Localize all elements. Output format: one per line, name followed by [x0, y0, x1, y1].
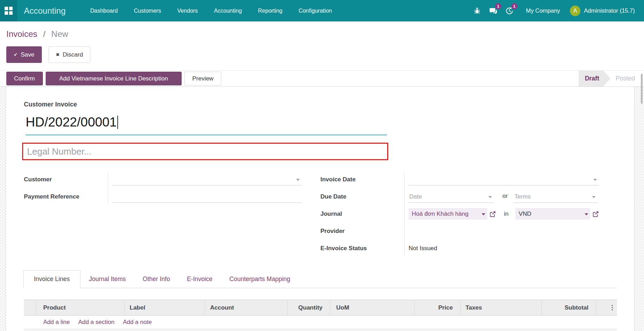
breadcrumb-current: New	[51, 29, 68, 39]
menu-customers[interactable]: Customers	[126, 8, 169, 14]
apps-menu-button[interactable]	[0, 0, 17, 21]
menu-vendors[interactable]: Vendors	[169, 8, 206, 14]
einvoice-status-value: Not Issued	[409, 245, 437, 252]
menu-accounting[interactable]: Accounting	[206, 8, 250, 14]
odoo-window: Accounting Dashboard Customers Vendors A…	[0, 0, 644, 331]
journal-caret[interactable]	[482, 213, 485, 215]
einvoice-status-label: E-Invoice Status	[320, 245, 404, 252]
payment-reference-label: Payment Reference	[24, 193, 108, 200]
discard-button[interactable]: ✖ Discard	[48, 46, 91, 63]
add-a-note-link[interactable]: Add a note	[123, 319, 152, 326]
journal-field[interactable]: Hoá đơn Khách hàng	[409, 208, 487, 220]
notebook-tabs: Invoice Lines Journal Items Other Info E…	[23, 270, 617, 288]
state-draft[interactable]: Draft	[579, 71, 611, 86]
form-group-left: Customer Payment Reference	[24, 171, 302, 205]
table-add-row: Add a line Add a section Add a note	[24, 316, 617, 329]
customer-field[interactable]	[112, 174, 302, 186]
control-panel: Invoices / New ✔ Save ✖ Discard	[0, 21, 644, 70]
state-widget: Draft Posted	[579, 71, 644, 86]
legal-number-input[interactable]	[22, 143, 388, 160]
currency-value: VND	[519, 210, 531, 218]
provider-field[interactable]	[409, 222, 599, 240]
column-header-label[interactable]: Label	[125, 300, 205, 315]
terms-placeholder: Terms	[514, 193, 531, 200]
breadcrumb-separator: /	[43, 29, 46, 39]
payment-reference-row: Payment Reference	[24, 188, 302, 205]
optional-columns-button[interactable]	[610, 304, 614, 312]
breadcrumb: Invoices / New	[6, 29, 68, 39]
form-group-right: Invoice Date Due Date Date	[320, 171, 599, 257]
journal-value: Hoá đơn Khách hàng	[412, 210, 468, 218]
invoice-lines-table: Product Label Account Quantity UoM Price…	[24, 300, 617, 331]
navbar-systray: 1 1 My Company A Administrator (15.7)	[469, 0, 644, 21]
check-icon: ✔	[14, 52, 18, 57]
or-label: or	[502, 193, 508, 200]
column-header-uom[interactable]: UoM	[330, 300, 415, 315]
invoice-date-row: Invoice Date	[320, 171, 599, 188]
app-brand[interactable]: Accounting	[24, 6, 66, 16]
optional-columns-cell	[596, 300, 617, 315]
currency-field[interactable]: VND	[515, 208, 590, 220]
tab-counterparts-mapping[interactable]: Counterparts Mapping	[221, 270, 299, 288]
x-icon: ✖	[56, 52, 60, 57]
company-switcher[interactable]: My Company	[518, 7, 570, 14]
customer-dropdown-caret[interactable]	[296, 179, 300, 181]
tab-e-invoice[interactable]: E-Invoice	[178, 270, 221, 288]
text-cursor	[117, 116, 118, 129]
breadcrumb-invoices[interactable]: Invoices	[6, 29, 37, 39]
menu-reporting[interactable]: Reporting	[250, 8, 290, 14]
user-name: Administrator (15.7)	[584, 7, 635, 14]
einvoice-status-row: E-Invoice Status Not Issued	[320, 240, 599, 257]
handle-column-header	[24, 300, 36, 315]
table-footer-strip	[24, 329, 617, 331]
discard-label: Discard	[63, 51, 83, 58]
top-navbar: Accounting Dashboard Customers Vendors A…	[0, 0, 644, 21]
column-header-account[interactable]: Account	[205, 300, 288, 315]
activities-badge: 1	[511, 3, 518, 9]
main-menu: Dashboard Customers Vendors Accounting R…	[82, 0, 340, 21]
terms-caret[interactable]	[592, 196, 596, 198]
add-a-section-link[interactable]: Add a section	[78, 319, 115, 326]
invoice-date-caret[interactable]	[593, 179, 597, 181]
due-date-field[interactable]: Date	[409, 191, 494, 203]
journal-label: Journal	[320, 210, 404, 218]
currency-external-link-icon[interactable]	[592, 210, 599, 218]
messages-button[interactable]: 1	[485, 0, 501, 21]
due-date-row: Due Date Date or Terms	[320, 188, 599, 205]
group-separator-line	[108, 173, 108, 204]
menu-configuration[interactable]: Configuration	[291, 8, 340, 14]
add-vietnamese-description-button[interactable]: Add Vietnamese Invoice Line Description	[46, 72, 182, 85]
state-posted[interactable]: Posted	[611, 75, 644, 82]
table-header-row: Product Label Account Quantity UoM Price…	[24, 300, 617, 316]
tab-journal-items[interactable]: Journal Items	[80, 270, 134, 288]
activities-button[interactable]: 1	[501, 0, 518, 21]
payment-terms-field[interactable]: Terms	[514, 191, 598, 203]
form-statusbar: Confirm Add Vietnamese Invoice Line Desc…	[0, 70, 644, 87]
column-header-subtotal[interactable]: Subtotal	[542, 300, 596, 315]
currency-caret[interactable]	[585, 213, 588, 215]
invoice-number-input[interactable]: HD/2022/00001	[26, 115, 387, 135]
customer-row: Customer	[24, 171, 302, 188]
add-a-line-link[interactable]: Add a line	[43, 319, 70, 326]
user-menu[interactable]: A Administrator (15.7)	[570, 6, 635, 16]
column-header-quantity[interactable]: Quantity	[288, 300, 330, 315]
menu-dashboard[interactable]: Dashboard	[82, 8, 126, 14]
preview-button[interactable]: Preview	[184, 72, 221, 85]
due-date-caret[interactable]	[488, 196, 492, 198]
tab-other-info[interactable]: Other Info	[134, 270, 178, 288]
save-button[interactable]: ✔ Save	[6, 46, 42, 63]
column-header-taxes[interactable]: Taxes	[461, 300, 542, 315]
tab-invoice-lines[interactable]: Invoice Lines	[23, 270, 80, 288]
journal-row: Journal Hoá đơn Khách hàng	[320, 205, 599, 222]
payment-reference-field[interactable]	[112, 191, 302, 203]
invoice-date-field[interactable]	[409, 174, 599, 186]
form-sheet: Customer Invoice HD/2022/00001 Customer	[6, 87, 635, 331]
debug-button[interactable]	[469, 0, 485, 21]
column-header-product[interactable]: Product	[36, 300, 125, 315]
column-header-price[interactable]: Price	[415, 300, 461, 315]
scrollbar-thumb[interactable]	[641, 74, 643, 104]
journal-external-link-icon[interactable]	[489, 210, 496, 218]
confirm-button[interactable]: Confirm	[6, 72, 43, 85]
user-avatar: A	[570, 6, 580, 16]
record-actions: ✔ Save ✖ Discard	[6, 46, 90, 63]
